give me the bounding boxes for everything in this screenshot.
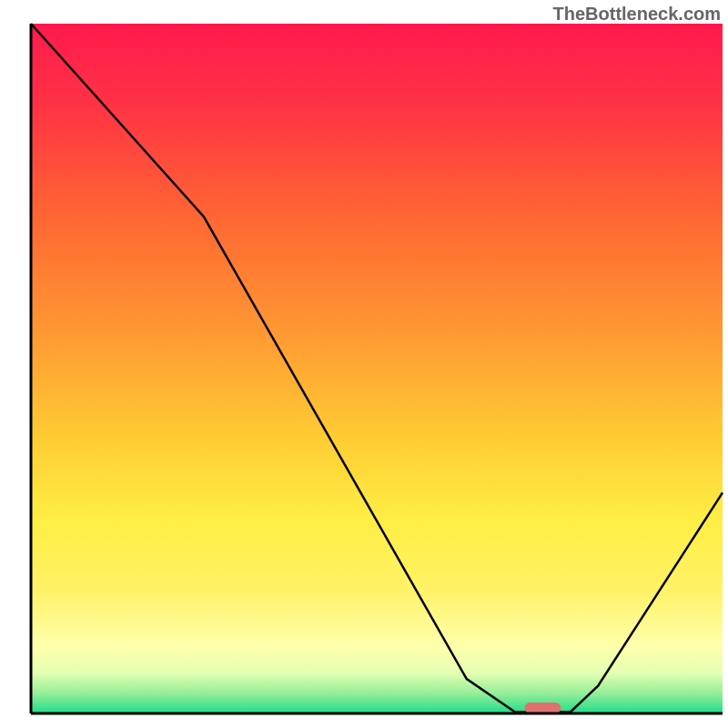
chart-container: TheBottleneck.com — [0, 0, 728, 728]
watermark-text: TheBottleneck.com — [553, 4, 721, 25]
optimal-marker — [524, 703, 561, 713]
chart-svg — [0, 0, 728, 728]
plot-background — [31, 24, 723, 713]
